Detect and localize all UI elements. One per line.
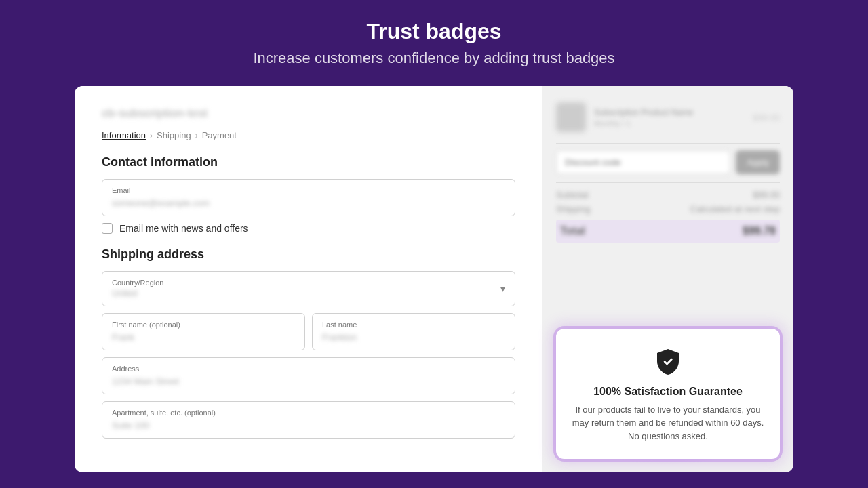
- email-label: Email: [112, 186, 505, 195]
- trust-badge-description: If our products fail to live to your sta…: [570, 403, 766, 443]
- breadcrumb-shipping[interactable]: Shipping: [157, 130, 191, 140]
- address-field[interactable]: Address 1234 Main Street: [102, 357, 515, 394]
- country-chevron-icon: ▾: [500, 283, 505, 294]
- trust-badge-title: 100% Satisfaction Guarantee: [570, 386, 766, 398]
- email-field[interactable]: Email someone@example.com: [102, 179, 515, 216]
- divider-1: [556, 143, 780, 144]
- main-card: cb-subscription-test Information › Shipp…: [75, 86, 793, 472]
- total-label: Total: [560, 225, 585, 237]
- hero-subtitle: Increase customers confidence by adding …: [253, 49, 614, 67]
- product-price: $99.00: [753, 113, 780, 123]
- breadcrumb: Information › Shipping › Payment: [102, 130, 515, 140]
- first-name-value: Frank: [112, 332, 134, 342]
- shipping-value: Calculated at next step: [690, 204, 780, 214]
- apt-field[interactable]: Apartment, suite, etc. (optional) Suite …: [102, 401, 515, 439]
- subtotal-row: Subtotal $99.00: [556, 190, 780, 200]
- subtotal-label: Subtotal: [556, 190, 589, 200]
- subtotal-value: $99.00: [753, 190, 780, 200]
- product-sub: Monthly / 1: [594, 119, 745, 127]
- chevron-icon-2: ›: [195, 131, 198, 140]
- hero-header: Trust badges Increase customers confiden…: [239, 0, 628, 81]
- country-label: Country/Region: [112, 279, 163, 287]
- newsletter-checkbox[interactable]: [102, 223, 113, 234]
- address-label: Address: [112, 365, 505, 373]
- apt-label: Apartment, suite, etc. (optional): [112, 409, 505, 417]
- total-value: $99.78: [743, 225, 776, 237]
- product-details: Subscription Product Name Monthly / 1: [594, 108, 745, 127]
- order-item: Subscription Product Name Monthly / 1 $9…: [556, 102, 780, 132]
- trust-badge-card: 100% Satisfaction Guarantee If our produ…: [556, 329, 780, 460]
- hero-title: Trust badges: [253, 19, 614, 44]
- address-value: 1234 Main Street: [112, 376, 179, 386]
- discount-row: Apply: [556, 150, 780, 174]
- country-value: United: [112, 288, 138, 298]
- shipping-row: Shipping Calculated at next step: [556, 204, 780, 214]
- country-field[interactable]: Country/Region United ▾: [102, 271, 515, 306]
- name-row: First name (optional) Frank Last name Fr…: [102, 313, 515, 350]
- chevron-icon-1: ›: [150, 131, 153, 140]
- right-panel: Subscription Product Name Monthly / 1 $9…: [542, 86, 793, 472]
- first-name-label: First name (optional): [112, 321, 295, 329]
- breadcrumb-information[interactable]: Information: [102, 130, 146, 140]
- newsletter-row: Email me with news and offers: [102, 223, 515, 234]
- trust-badge-icon: [652, 345, 684, 378]
- total-row: Total $99.78: [556, 220, 780, 243]
- last-name-label: Last name: [322, 321, 505, 329]
- shipping-label: Shipping: [556, 204, 591, 214]
- divider-2: [556, 182, 780, 183]
- store-name: cb-subscription-test: [102, 106, 515, 121]
- product-avatar: [556, 102, 586, 132]
- shipping-section-title: Shipping address: [102, 247, 515, 262]
- last-name-value: Frankton: [322, 332, 357, 342]
- last-name-field[interactable]: Last name Frankton: [312, 313, 515, 350]
- contact-section-title: Contact information: [102, 155, 515, 169]
- product-name: Subscription Product Name: [594, 108, 745, 117]
- apply-discount-button[interactable]: Apply: [736, 150, 780, 174]
- left-panel: cb-subscription-test Information › Shipp…: [75, 86, 542, 472]
- first-name-field[interactable]: First name (optional) Frank: [102, 313, 305, 350]
- apt-value: Suite 100: [112, 420, 149, 430]
- breadcrumb-payment[interactable]: Payment: [202, 130, 237, 140]
- email-value: someone@example.com: [112, 198, 210, 208]
- newsletter-label: Email me with news and offers: [119, 223, 248, 234]
- discount-input[interactable]: [556, 150, 730, 174]
